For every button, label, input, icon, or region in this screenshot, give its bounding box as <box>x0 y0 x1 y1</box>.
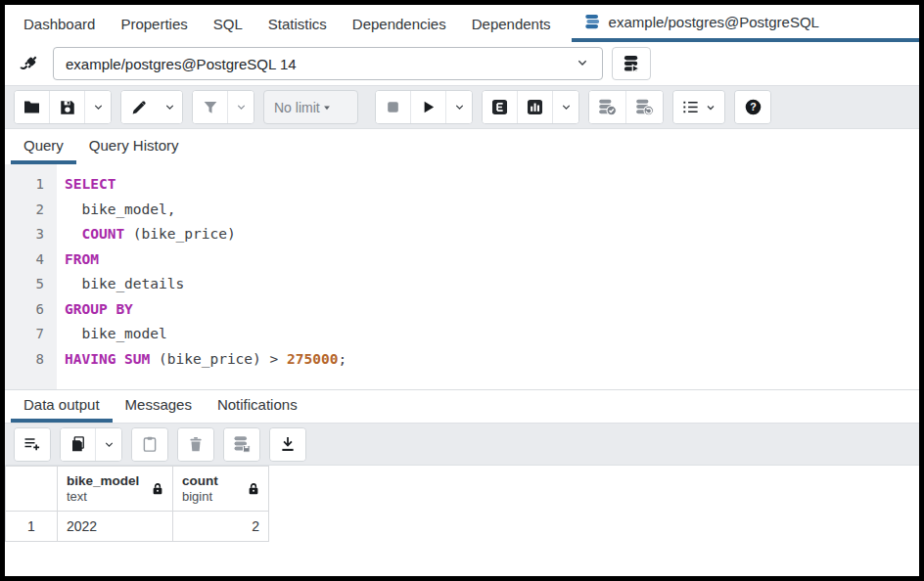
code-line[interactable]: COUNT (bike_price) <box>65 222 919 247</box>
stop-icon <box>385 99 401 115</box>
paste-button-group <box>131 427 168 462</box>
column-name: bike_model <box>67 473 139 488</box>
chevron-down-icon <box>560 101 573 113</box>
tab-dashboard[interactable]: Dashboard <box>11 5 108 42</box>
row-number-cell[interactable]: 1 <box>6 512 58 542</box>
save-file-menu-button[interactable] <box>85 91 111 123</box>
column-name: count <box>182 473 218 488</box>
tab-notifications[interactable]: Notifications <box>205 390 310 423</box>
chevron-down-icon <box>705 102 716 113</box>
filter-menu-button[interactable] <box>228 91 254 123</box>
code-line[interactable]: GROUP BY <box>65 297 919 323</box>
grid-corner-cell[interactable] <box>6 467 58 512</box>
chevron-down-icon <box>92 101 105 113</box>
tab-properties[interactable]: Properties <box>108 5 200 42</box>
copy-button[interactable] <box>61 428 96 461</box>
help-button[interactable]: ? <box>735 91 770 123</box>
execute-button-group <box>375 90 473 124</box>
execute-menu-button[interactable] <box>446 91 472 123</box>
add-row-group <box>14 427 51 462</box>
code-line[interactable]: HAVING SUM (bike_price) > 275000; <box>65 347 919 373</box>
edit-button-group <box>120 90 183 124</box>
question-mark-icon: ? <box>744 98 762 116</box>
tab-dependencies[interactable]: Dependencies <box>340 5 459 42</box>
explain-menu-button[interactable] <box>553 91 578 123</box>
delete-row-button[interactable] <box>178 428 213 461</box>
copy-button-group <box>60 427 122 462</box>
tab-query[interactable]: Query <box>11 129 76 164</box>
tab-query-tool-active[interactable]: example/postgres@PostgreSQL <box>572 5 919 42</box>
copy-menu-button[interactable] <box>96 428 121 461</box>
execute-button[interactable] <box>411 91 446 123</box>
plug-icon <box>15 52 44 75</box>
bar-chart-icon <box>526 98 544 116</box>
edit-button[interactable] <box>121 91 157 123</box>
trash-icon <box>187 435 205 453</box>
explain-button[interactable] <box>483 91 518 123</box>
svg-text:?: ? <box>750 101 757 112</box>
macro-button[interactable] <box>673 91 724 123</box>
add-row-icon <box>23 434 42 454</box>
rollback-button[interactable] <box>626 91 663 123</box>
row-limit-value: No limit <box>274 100 320 115</box>
download-button-group <box>269 427 306 462</box>
new-connection-button[interactable] <box>612 47 651 80</box>
column-type: text <box>67 489 139 504</box>
tab-sql[interactable]: SQL <box>201 5 255 42</box>
save-data-changes-button[interactable] <box>224 428 259 461</box>
edit-menu-button[interactable] <box>157 91 182 123</box>
line-number: 8 <box>5 347 57 373</box>
connection-selector-value: example/postgres@PostgreSQL 14 <box>66 56 297 72</box>
connection-selector[interactable]: example/postgres@PostgreSQL 14 <box>53 47 603 80</box>
column-header-count[interactable]: count bigint <box>173 467 269 512</box>
active-tab-label: example/postgres@PostgreSQL <box>609 14 819 30</box>
chevron-down-icon <box>103 438 116 451</box>
paste-button[interactable] <box>132 428 167 461</box>
row-limit-select[interactable]: No limit <box>263 90 358 124</box>
line-number: 4 <box>5 247 57 273</box>
commit-button[interactable] <box>589 91 626 123</box>
tab-data-output[interactable]: Data output <box>11 390 113 423</box>
database-rollback-icon <box>634 97 655 117</box>
folder-icon <box>23 98 41 116</box>
code-line[interactable]: bike_details <box>65 272 919 297</box>
tab-statistics[interactable]: Statistics <box>255 5 340 42</box>
tab-query-history[interactable]: Query History <box>76 129 192 164</box>
query-toolbar: No limit <box>5 85 919 129</box>
code-line[interactable]: bike_model <box>65 322 919 347</box>
cell-bike-model[interactable]: 2022 <box>58 512 173 542</box>
column-header-bike-model[interactable]: bike_model text <box>58 467 173 512</box>
line-number: 1 <box>5 172 57 198</box>
chevron-down-icon <box>163 101 176 113</box>
database-save-icon <box>232 434 252 454</box>
explain-button-group <box>482 90 579 124</box>
code-line[interactable]: bike_model, <box>65 198 919 223</box>
sql-editor[interactable]: 12345678 SELECT bike_model, COUNT (bike_… <box>5 164 919 389</box>
open-file-button[interactable] <box>15 91 50 123</box>
code-line[interactable]: FROM <box>65 247 919 273</box>
object-tab-bar: Dashboard Properties SQL Statistics Depe… <box>5 5 919 42</box>
filter-icon <box>202 99 219 116</box>
add-row-button[interactable] <box>15 428 50 461</box>
chevron-down-icon <box>235 101 248 113</box>
database-check-icon <box>597 97 618 117</box>
filter-button[interactable] <box>193 91 228 123</box>
tab-dependents[interactable]: Dependents <box>459 5 564 42</box>
explain-analyze-button[interactable] <box>518 91 553 123</box>
save-file-button[interactable] <box>50 91 85 123</box>
sql-code-lines[interactable]: SELECT bike_model, COUNT (bike_price)FRO… <box>57 164 919 389</box>
pencil-icon <box>130 99 148 116</box>
tab-messages[interactable]: Messages <box>113 390 205 423</box>
pgadmin-query-tool-window: Dashboard Properties SQL Statistics Depe… <box>0 0 924 581</box>
line-number: 5 <box>5 272 57 297</box>
database-icon <box>583 13 601 30</box>
download-button[interactable] <box>270 428 305 461</box>
data-output-toolbar <box>5 423 919 466</box>
code-line[interactable]: SELECT <box>65 172 919 198</box>
result-grid: bike_model text count bigin <box>5 466 269 542</box>
cell-count[interactable]: 2 <box>173 512 269 542</box>
output-tab-bar: Data output Messages Notifications <box>5 389 919 423</box>
stop-button[interactable] <box>376 91 411 123</box>
explain-e-icon <box>490 98 509 116</box>
column-type: bigint <box>182 489 218 504</box>
